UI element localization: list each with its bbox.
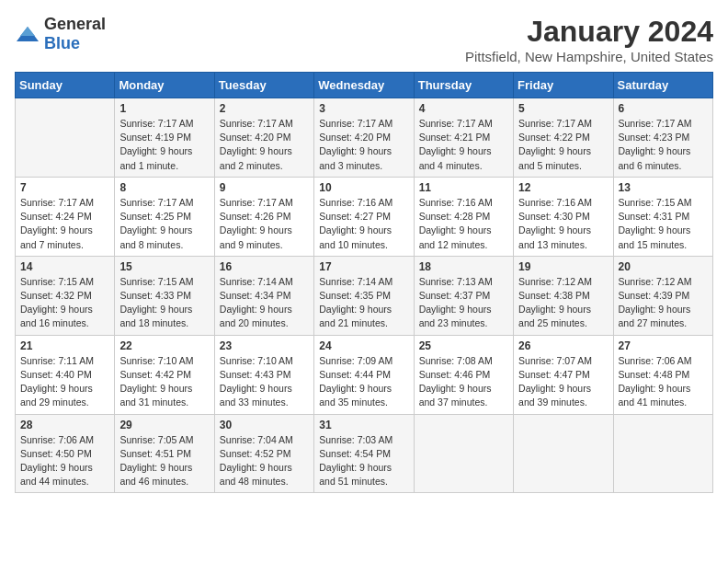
day-info: Sunrise: 7:15 AMSunset: 4:32 PMDaylight:… [20, 275, 109, 331]
day-info: Sunrise: 7:04 AMSunset: 4:52 PMDaylight:… [220, 433, 309, 489]
calendar-cell: 29Sunrise: 7:05 AMSunset: 4:51 PMDayligh… [115, 414, 214, 493]
day-number: 11 [419, 181, 508, 194]
day-number: 25 [419, 339, 508, 352]
calendar-week-0: 1Sunrise: 7:17 AMSunset: 4:19 PMDaylight… [16, 98, 713, 178]
calendar-cell: 6Sunrise: 7:17 AMSunset: 4:23 PMDaylight… [613, 98, 712, 178]
day-info: Sunrise: 7:13 AMSunset: 4:37 PMDaylight:… [419, 275, 508, 331]
day-header-saturday: Saturday [613, 73, 712, 98]
day-number: 8 [119, 181, 209, 194]
day-info: Sunrise: 7:17 AMSunset: 4:23 PMDaylight:… [619, 117, 708, 173]
day-info: Sunrise: 7:14 AMSunset: 4:35 PMDaylight:… [319, 275, 408, 331]
day-info: Sunrise: 7:17 AMSunset: 4:24 PMDaylight:… [20, 196, 109, 252]
day-header-sunday: Sunday [16, 73, 115, 98]
day-number: 1 [119, 102, 209, 115]
calendar-cell: 11Sunrise: 7:16 AMSunset: 4:28 PMDayligh… [414, 177, 513, 256]
calendar-cell: 28Sunrise: 7:06 AMSunset: 4:50 PMDayligh… [16, 414, 115, 493]
day-number: 18 [419, 260, 508, 273]
calendar-cell: 23Sunrise: 7:10 AMSunset: 4:43 PMDayligh… [214, 335, 313, 414]
day-info: Sunrise: 7:15 AMSunset: 4:33 PMDaylight:… [119, 275, 209, 331]
calendar-week-4: 28Sunrise: 7:06 AMSunset: 4:50 PMDayligh… [16, 414, 713, 493]
day-number: 2 [220, 102, 309, 115]
svg-marker-1 [20, 27, 35, 36]
day-header-monday: Monday [115, 73, 214, 98]
logo-general: General [44, 15, 106, 33]
day-number: 30 [220, 419, 309, 431]
day-info: Sunrise: 7:06 AMSunset: 4:48 PMDaylight:… [619, 354, 708, 410]
day-info: Sunrise: 7:12 AMSunset: 4:38 PMDaylight:… [518, 275, 608, 331]
day-number: 22 [119, 339, 209, 352]
day-number: 29 [119, 419, 209, 431]
day-info: Sunrise: 7:17 AMSunset: 4:25 PMDaylight:… [119, 196, 209, 252]
calendar-cell: 9Sunrise: 7:17 AMSunset: 4:26 PMDaylight… [214, 177, 313, 256]
calendar-cell: 13Sunrise: 7:15 AMSunset: 4:31 PMDayligh… [613, 177, 712, 256]
header: General Blue January 2024 Pittsfield, Ne… [15, 15, 713, 64]
main-title: January 2024 [465, 15, 713, 49]
day-info: Sunrise: 7:11 AMSunset: 4:40 PMDaylight:… [20, 354, 109, 410]
calendar-table: SundayMondayTuesdayWednesdayThursdayFrid… [15, 72, 713, 493]
calendar-cell: 25Sunrise: 7:08 AMSunset: 4:46 PMDayligh… [414, 335, 513, 414]
calendar-cell: 8Sunrise: 7:17 AMSunset: 4:25 PMDaylight… [115, 177, 214, 256]
calendar-cell: 19Sunrise: 7:12 AMSunset: 4:38 PMDayligh… [514, 256, 613, 335]
calendar-cell: 12Sunrise: 7:16 AMSunset: 4:30 PMDayligh… [514, 177, 613, 256]
title-area: January 2024 Pittsfield, New Hampshire, … [465, 15, 713, 64]
day-info: Sunrise: 7:17 AMSunset: 4:22 PMDaylight:… [518, 117, 608, 173]
calendar-header: SundayMondayTuesdayWednesdayThursdayFrid… [16, 73, 713, 98]
day-info: Sunrise: 7:12 AMSunset: 4:39 PMDaylight:… [619, 275, 708, 331]
day-number: 13 [619, 181, 708, 194]
day-info: Sunrise: 7:17 AMSunset: 4:21 PMDaylight:… [419, 117, 508, 173]
calendar-cell: 17Sunrise: 7:14 AMSunset: 4:35 PMDayligh… [314, 256, 414, 335]
day-info: Sunrise: 7:17 AMSunset: 4:19 PMDaylight:… [119, 117, 209, 173]
calendar-cell: 20Sunrise: 7:12 AMSunset: 4:39 PMDayligh… [613, 256, 712, 335]
day-number: 24 [319, 339, 408, 352]
day-number: 20 [619, 260, 708, 273]
calendar-cell: 4Sunrise: 7:17 AMSunset: 4:21 PMDaylight… [414, 98, 513, 178]
day-number: 26 [518, 339, 608, 352]
day-info: Sunrise: 7:05 AMSunset: 4:51 PMDaylight:… [119, 433, 209, 489]
day-number: 17 [319, 260, 408, 273]
logo: General Blue [15, 15, 106, 53]
day-info: Sunrise: 7:07 AMSunset: 4:47 PMDaylight:… [518, 354, 608, 410]
calendar-cell [16, 98, 115, 178]
calendar-cell [414, 414, 513, 493]
day-info: Sunrise: 7:17 AMSunset: 4:20 PMDaylight:… [220, 117, 309, 173]
calendar-cell: 27Sunrise: 7:06 AMSunset: 4:48 PMDayligh… [613, 335, 712, 414]
day-header-friday: Friday [514, 73, 613, 98]
day-number: 31 [319, 419, 408, 431]
day-header-thursday: Thursday [414, 73, 513, 98]
day-header-tuesday: Tuesday [214, 73, 313, 98]
day-info: Sunrise: 7:17 AMSunset: 4:26 PMDaylight:… [220, 196, 309, 252]
day-info: Sunrise: 7:03 AMSunset: 4:54 PMDaylight:… [319, 433, 408, 489]
day-number: 3 [319, 102, 408, 115]
day-number: 21 [20, 339, 109, 352]
calendar-week-3: 21Sunrise: 7:11 AMSunset: 4:40 PMDayligh… [16, 335, 713, 414]
day-number: 10 [319, 181, 408, 194]
logo-text: General Blue [44, 15, 106, 53]
day-info: Sunrise: 7:14 AMSunset: 4:34 PMDaylight:… [220, 275, 309, 331]
day-number: 4 [419, 102, 508, 115]
day-number: 19 [518, 260, 608, 273]
day-info: Sunrise: 7:16 AMSunset: 4:28 PMDaylight:… [419, 196, 508, 252]
logo-blue: Blue [44, 34, 80, 52]
calendar-cell: 3Sunrise: 7:17 AMSunset: 4:20 PMDaylight… [314, 98, 414, 178]
day-info: Sunrise: 7:10 AMSunset: 4:42 PMDaylight:… [119, 354, 209, 410]
calendar-cell: 16Sunrise: 7:14 AMSunset: 4:34 PMDayligh… [214, 256, 313, 335]
calendar-cell: 14Sunrise: 7:15 AMSunset: 4:32 PMDayligh… [16, 256, 115, 335]
day-number: 14 [20, 260, 109, 273]
calendar-cell: 31Sunrise: 7:03 AMSunset: 4:54 PMDayligh… [314, 414, 414, 493]
calendar-cell: 1Sunrise: 7:17 AMSunset: 4:19 PMDaylight… [115, 98, 214, 178]
day-info: Sunrise: 7:08 AMSunset: 4:46 PMDaylight:… [419, 354, 508, 410]
calendar-cell: 15Sunrise: 7:15 AMSunset: 4:33 PMDayligh… [115, 256, 214, 335]
day-number: 6 [619, 102, 708, 115]
day-number: 28 [20, 419, 109, 431]
calendar-body: 1Sunrise: 7:17 AMSunset: 4:19 PMDaylight… [16, 98, 713, 493]
day-info: Sunrise: 7:16 AMSunset: 4:30 PMDaylight:… [518, 196, 608, 252]
day-header-wednesday: Wednesday [314, 73, 414, 98]
calendar-cell: 2Sunrise: 7:17 AMSunset: 4:20 PMDaylight… [214, 98, 313, 178]
calendar-cell: 21Sunrise: 7:11 AMSunset: 4:40 PMDayligh… [16, 335, 115, 414]
calendar-cell: 18Sunrise: 7:13 AMSunset: 4:37 PMDayligh… [414, 256, 513, 335]
calendar-cell [613, 414, 712, 493]
day-number: 5 [518, 102, 608, 115]
day-number: 16 [220, 260, 309, 273]
day-number: 27 [619, 339, 708, 352]
calendar-cell: 10Sunrise: 7:16 AMSunset: 4:27 PMDayligh… [314, 177, 414, 256]
